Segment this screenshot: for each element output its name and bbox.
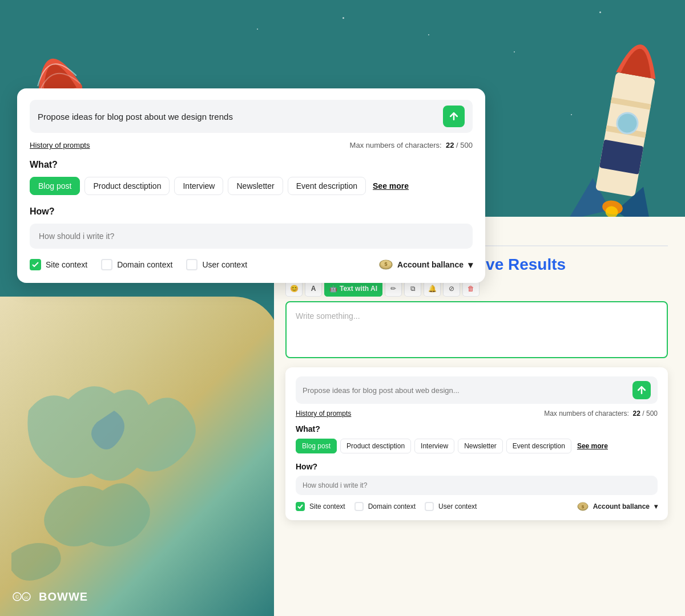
second-site-context[interactable]: Site context [296,502,345,511]
arrow-up-icon [448,111,460,122]
second-chevron-icon: ▾ [654,502,658,510]
second-what-label: What? [296,424,658,433]
star-2 [428,34,429,35]
emoji-button[interactable]: 😊 [285,281,303,297]
bell-button[interactable]: 🔔 [424,281,441,297]
coin-stack-icon: $ [379,259,393,270]
search-row [30,100,473,133]
second-user-checkbox[interactable] [425,502,434,511]
how-label: How? [30,206,473,217]
what-label: What? [30,160,473,170]
account-balance[interactable]: $ Account ballance ▾ [379,259,473,270]
main-ai-card: History of prompts Max numbers of charac… [17,88,485,283]
site-context[interactable]: Site context [30,259,87,270]
chevron-down-icon: ▾ [468,260,473,270]
star-6 [257,29,258,30]
branding: © cc BOWWE [13,590,88,603]
meta-row: History of prompts Max numbers of charac… [30,141,473,149]
context-row: Site context Domain context User context… [30,259,473,270]
second-user-label: User context [438,502,477,510]
format-button[interactable]: A [305,281,322,297]
second-see-more-button[interactable]: See more [575,438,610,454]
copy-button[interactable]: ⧉ [404,281,421,297]
site-checkbox[interactable] [30,259,41,270]
second-site-label: Site context [309,502,345,510]
second-account-balance[interactable]: $ Account ballance ▾ [577,502,658,511]
second-site-checkbox[interactable] [296,502,305,511]
second-char-count: Max numbers of characters: 22 / 500 [544,410,658,418]
domain-context-label: Domain context [117,260,172,269]
svg-text:©: © [15,594,19,600]
second-domain-checkbox[interactable] [354,502,364,511]
domain-checkbox[interactable] [101,259,112,270]
user-checkbox[interactable] [186,259,198,270]
second-search-row [296,376,658,404]
second-account-label: Account ballance [593,502,650,510]
pen-button[interactable]: ✏ [385,281,402,297]
search-input[interactable] [38,112,437,121]
brand-name: BOWWE [39,590,88,603]
check-icon [297,504,303,509]
tag-blogpost[interactable]: Blog post [30,177,80,195]
second-submit-button[interactable] [632,381,651,399]
tag-product[interactable]: Product desctiption [84,177,170,195]
map-svg [0,297,280,616]
second-context-row: Site context Domain context User context… [296,502,658,511]
star-1 [342,17,344,19]
how-input[interactable] [30,224,473,249]
second-user-context[interactable]: User context [425,502,477,511]
coin-icon: $ [577,502,589,511]
check-icon [32,261,39,268]
write-placeholder: Write something... [296,311,360,321]
history-link[interactable]: History of prompts [30,141,90,149]
map-illustration [0,297,280,616]
second-tags-row: Blog post Product desctiption Interview … [296,438,658,454]
second-tag-product[interactable]: Product desctiption [340,439,411,453]
ai-icon: 🤖 [329,285,337,293]
arrow-up-icon [636,384,647,396]
write-area[interactable]: Write something... [285,301,668,358]
second-how-label: How? [296,462,658,471]
svg-rect-15 [595,72,655,197]
delete-button[interactable]: 🗑 [462,281,480,297]
tags-row: Blog post Product desctiption Interview … [30,177,473,195]
tag-interview[interactable]: Interview [174,177,223,195]
see-more-button[interactable]: See more [370,177,411,194]
star-3 [514,51,515,52]
domain-context[interactable]: Domain context [101,259,172,270]
second-tag-event[interactable]: Event description [506,439,571,453]
second-tag-interview[interactable]: Interview [414,439,454,453]
account-balance-label: Account ballance [397,260,464,269]
second-domain-label: Domain context [368,502,416,510]
second-ai-card: History of prompts Max numbers of charac… [285,367,668,520]
submit-button[interactable] [443,106,465,127]
second-meta-row: History of prompts Max numbers of charac… [296,410,658,418]
svg-text:cc: cc [25,595,29,599]
tag-event[interactable]: Event description [288,177,366,195]
block-button[interactable]: ⊘ [443,281,460,297]
site-context-label: Site context [46,260,87,269]
ai-button[interactable]: 🤖 Text with AI [324,281,382,297]
svg-text:$: $ [385,261,388,267]
user-context[interactable]: User context [186,259,247,270]
second-tag-blogpost[interactable]: Blog post [296,439,337,453]
tag-newsletter[interactable]: Newsletter [228,177,283,195]
editor-toolbar: 😊 A 🤖 Text with AI ✏ ⧉ 🔔 ⊘ 🗑 [285,281,668,297]
second-tag-newsletter[interactable]: Newsletter [458,439,503,453]
second-search-input[interactable] [303,386,627,395]
second-how-input[interactable] [296,476,658,495]
second-history-link[interactable]: History of prompts [296,410,351,418]
user-context-label: User context [202,260,247,269]
svg-text:$: $ [581,504,584,509]
second-domain-context[interactable]: Domain context [354,502,416,511]
char-count-display: Max numbers of characters: 22 / 500 [350,141,473,149]
copyright-cc-icons: © cc [13,590,35,603]
